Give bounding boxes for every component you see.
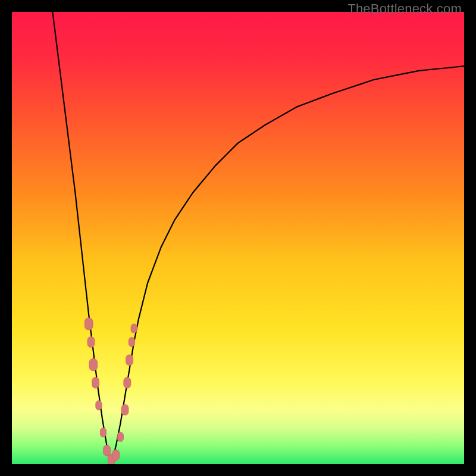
data-marker: [92, 377, 99, 388]
plot-area: [12, 12, 464, 464]
data-marker: [126, 355, 133, 365]
data-marker: [117, 433, 123, 442]
chart-frame: TheBottleneck.com: [0, 0, 476, 476]
data-markers: [84, 318, 137, 464]
bottleneck-curve: [52, 12, 464, 464]
data-marker: [100, 428, 106, 437]
watermark-text: TheBottleneck.com: [347, 1, 462, 17]
curve-left-branch: [52, 12, 111, 464]
data-marker: [104, 445, 111, 456]
data-marker: [124, 377, 131, 388]
data-marker: [84, 318, 93, 330]
curve-right-branch: [111, 66, 464, 464]
data-marker: [87, 337, 95, 347]
data-marker: [131, 324, 137, 333]
chart-overlay: [12, 12, 464, 464]
data-marker: [121, 405, 129, 415]
data-marker: [129, 337, 134, 347]
data-marker: [96, 400, 102, 410]
data-marker: [112, 450, 120, 461]
data-marker: [89, 358, 98, 371]
